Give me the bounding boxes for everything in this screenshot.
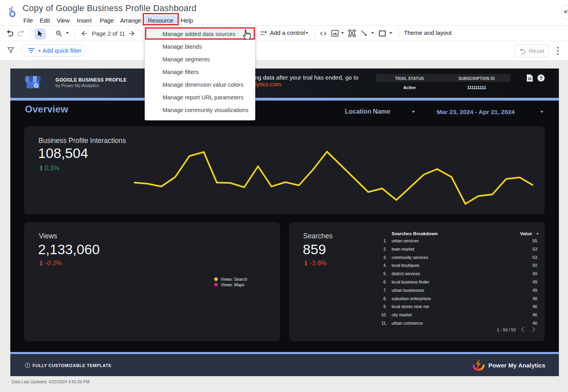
svg-text:A: A [350,31,354,36]
svg-text:G: G [34,82,38,89]
